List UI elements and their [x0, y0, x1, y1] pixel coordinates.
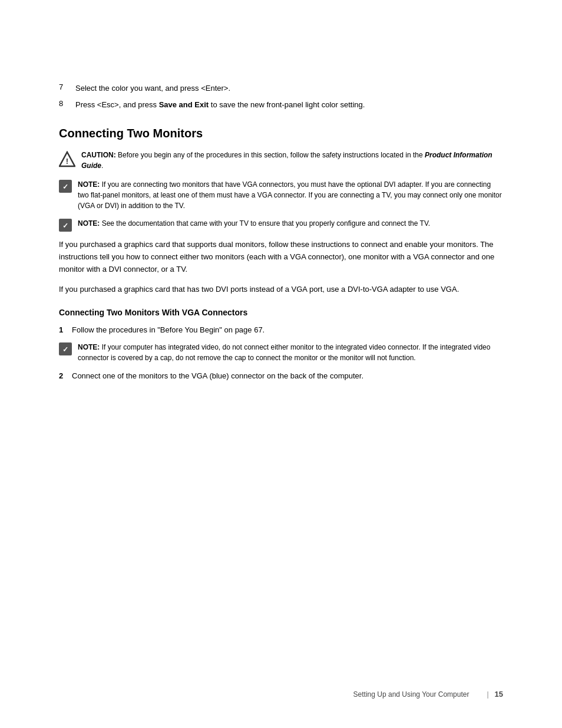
sub-step-2-text: Connect one of the monitors to the VGA (… [72, 370, 363, 382]
svg-text:✓: ✓ [62, 222, 68, 230]
note-block-2: ✓ NOTE: See the documentation that came … [59, 218, 503, 232]
step-8-suffix: to save the new front-panel light color … [211, 100, 365, 109]
footer: Setting Up and Using Your Computer | 15 [0, 690, 562, 699]
sub-step-2: 2 Connect one of the monitors to the VGA… [59, 370, 503, 382]
section-heading: Connecting Two Monitors [59, 127, 503, 140]
sub-section-heading: Connecting Two Monitors With VGA Connect… [59, 308, 503, 317]
note-text-1: NOTE: If you are connecting two monitors… [78, 179, 503, 211]
step-8: 8 Press <Esc>, and press Save and Exit t… [59, 99, 503, 111]
note-label-1: NOTE: [78, 180, 100, 189]
caution-icon: ! [59, 151, 75, 167]
sub-note-icon: ✓ [59, 342, 72, 355]
body-paragraph-2: If you purchased a graphics card that ha… [59, 284, 503, 296]
note-text-2: NOTE: See the documentation that came wi… [78, 218, 430, 229]
sub-step-2-number: 2 [59, 370, 72, 382]
footer-text: Setting Up and Using Your Computer [353, 690, 470, 699]
step-7-number: 7 [59, 83, 71, 91]
step-8-text: Press <Esc>, and press Save and Exit to … [75, 99, 365, 111]
step-8-number: 8 [59, 99, 71, 108]
page-container: 7 Select the color you want, and press <… [0, 0, 562, 728]
caution-end: . [101, 162, 103, 170]
sub-note-text: NOTE: If your computer has integrated vi… [78, 342, 503, 363]
body-paragraph-1: If you purchased a graphics card that su… [59, 239, 503, 275]
note-body-1: If you are connecting two monitors that … [78, 180, 502, 210]
caution-label: CAUTION: [81, 151, 116, 159]
svg-text:✓: ✓ [62, 183, 68, 191]
note-block-1: ✓ NOTE: If you are connecting two monito… [59, 179, 503, 211]
svg-text:!: ! [66, 157, 68, 166]
note-body-2: See the documentation that came with you… [102, 219, 430, 228]
sub-step-1: 1 Follow the procedures in "Before You B… [59, 324, 503, 336]
note-icon-2: ✓ [59, 219, 72, 232]
step-8-bold: Save and Exit [159, 100, 209, 109]
note-label-2: NOTE: [78, 219, 100, 228]
sub-step-1-text: Follow the procedures in "Before You Beg… [72, 324, 265, 336]
step-7: 7 Select the color you want, and press <… [59, 83, 503, 94]
svg-text:✓: ✓ [62, 345, 68, 354]
sub-note-label: NOTE: [78, 343, 100, 351]
sub-note-body: If your computer has integrated video, d… [78, 343, 490, 362]
caution-body-bold: Before you begin any of the procedures i… [118, 151, 425, 159]
footer-page: 15 [495, 690, 503, 699]
step-7-text: Select the color you want, and press <En… [75, 83, 230, 94]
note-icon-1: ✓ [59, 180, 72, 193]
caution-text: CAUTION: Before you begin any of the pro… [81, 150, 503, 171]
footer-separator: | [487, 690, 488, 699]
sub-step-1-number: 1 [59, 324, 72, 336]
sub-note-block: ✓ NOTE: If your computer has integrated … [59, 342, 503, 363]
caution-block: ! CAUTION: Before you begin any of the p… [59, 150, 503, 171]
